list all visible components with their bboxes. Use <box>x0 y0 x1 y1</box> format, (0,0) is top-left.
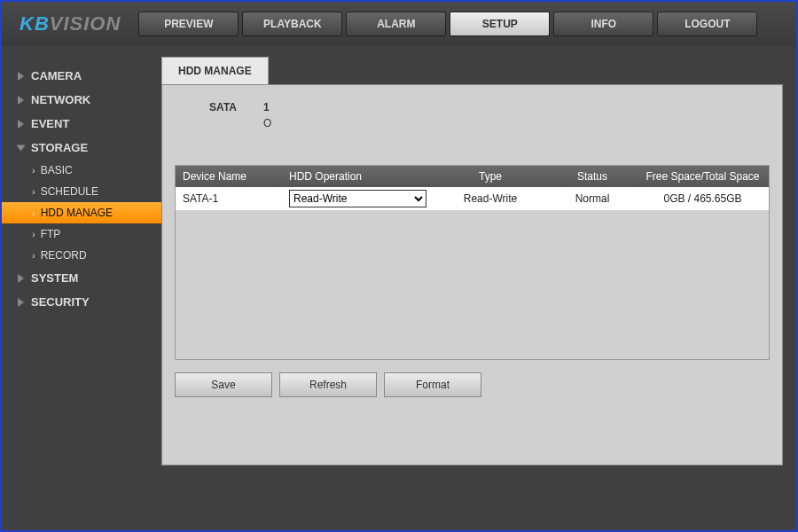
th-device: Device Name <box>176 170 282 183</box>
chevron-down-icon <box>17 145 26 151</box>
chevron-right-icon: › <box>32 229 35 239</box>
app-header: KBVISION PREVIEW PLAYBACK ALARM SETUP IN… <box>2 2 796 46</box>
chevron-right-icon <box>18 298 24 307</box>
td-device: SATA-1 <box>176 192 282 205</box>
sidebar-label: NETWORK <box>31 93 90 106</box>
sidebar-item-security[interactable]: SECURITY <box>2 290 161 314</box>
panel-tab-hdd-manage[interactable]: HDD MANAGE <box>161 57 269 84</box>
sidebar-item-event[interactable]: EVENT <box>2 112 161 136</box>
th-space: Free Space/Total Space <box>637 170 769 183</box>
th-status: Status <box>548 170 637 183</box>
panel-tabs: HDD MANAGE <box>161 57 783 84</box>
sidebar-sub-label: SCHEDULE <box>41 185 98 198</box>
sata-status-row: O <box>175 117 770 129</box>
sidebar-item-network[interactable]: NETWORK <box>2 88 161 112</box>
format-button[interactable]: Format <box>384 372 481 397</box>
chevron-right-icon: › <box>32 186 35 197</box>
chevron-right-icon: › <box>32 165 35 176</box>
hdd-table: Device Name HDD Operation Type Status Fr… <box>175 165 770 360</box>
sidebar-label: STORAGE <box>31 141 88 154</box>
tab-info[interactable]: INFO <box>553 12 653 36</box>
chevron-right-icon <box>18 72 24 81</box>
sidebar-item-system[interactable]: SYSTEM <box>2 266 161 290</box>
main-panel: HDD MANAGE SATA 1 O Device Name HDD Oper… <box>161 46 796 530</box>
table-row: SATA-1 Read-Write Read-Write Normal 0GB … <box>176 187 769 210</box>
tab-logout[interactable]: LOGOUT <box>657 12 757 36</box>
tab-preview[interactable]: PREVIEW <box>138 12 239 36</box>
table-header: Device Name HDD Operation Type Status Fr… <box>176 166 769 187</box>
chevron-right-icon: › <box>32 207 35 218</box>
top-nav: PREVIEW PLAYBACK ALARM SETUP INFO LOGOUT <box>138 12 757 36</box>
chevron-right-icon <box>18 120 24 129</box>
sata-status: O <box>263 117 290 129</box>
sidebar-sub-schedule[interactable]: ›SCHEDULE <box>2 181 161 202</box>
sidebar-label: CAMERA <box>31 69 82 82</box>
save-button[interactable]: Save <box>175 372 272 397</box>
sidebar-sub-hdd-manage[interactable]: ›HDD MANAGE <box>2 202 161 223</box>
sidebar-item-camera[interactable]: CAMERA <box>2 64 161 88</box>
sidebar-storage-sub: ›BASIC ›SCHEDULE ›HDD MANAGE ›FTP ›RECOR… <box>2 160 161 266</box>
chevron-right-icon: › <box>32 250 35 261</box>
sidebar-label: SYSTEM <box>31 271 78 285</box>
sata-status-label <box>175 117 263 129</box>
refresh-button[interactable]: Refresh <box>279 372 377 397</box>
button-row: Save Refresh Format <box>175 372 770 397</box>
logo-kb: KB <box>20 12 50 35</box>
sidebar-sub-label: BASIC <box>41 164 73 176</box>
tab-playback[interactable]: PLAYBACK <box>242 12 342 36</box>
sidebar-sub-label: RECORD <box>41 249 87 262</box>
sidebar-label: EVENT <box>31 117 69 130</box>
sidebar-item-storage[interactable]: STORAGE <box>2 136 161 160</box>
sidebar: CAMERA NETWORK EVENT STORAGE ›BASIC ›SCH… <box>2 46 161 530</box>
panel-body: SATA 1 O Device Name HDD Operation Type … <box>161 84 783 466</box>
sidebar-sub-ftp[interactable]: ›FTP <box>2 223 161 245</box>
td-space: 0GB / 465.65GB <box>637 192 769 205</box>
sidebar-sub-record[interactable]: ›RECORD <box>2 245 161 266</box>
chevron-right-icon <box>18 96 24 105</box>
sidebar-label: SECURITY <box>31 295 90 309</box>
th-operation: HDD Operation <box>282 170 433 183</box>
chevron-right-icon <box>18 274 24 283</box>
sata-index: 1 <box>263 101 290 113</box>
sidebar-sub-label: HDD MANAGE <box>41 207 113 219</box>
sidebar-sub-label: FTP <box>41 228 61 240</box>
tab-alarm[interactable]: ALARM <box>346 12 446 36</box>
logo: KBVISION <box>20 12 121 35</box>
td-type: Read-Write <box>433 192 548 205</box>
logo-vision: VISION <box>50 12 121 35</box>
hdd-operation-select[interactable]: Read-Write <box>289 190 426 207</box>
sata-label: SATA <box>175 101 263 113</box>
tab-setup[interactable]: SETUP <box>450 12 550 36</box>
sata-row: SATA 1 <box>175 101 770 113</box>
th-type: Type <box>433 170 548 183</box>
td-status: Normal <box>548 192 637 205</box>
sidebar-sub-basic[interactable]: ›BASIC <box>2 160 161 181</box>
